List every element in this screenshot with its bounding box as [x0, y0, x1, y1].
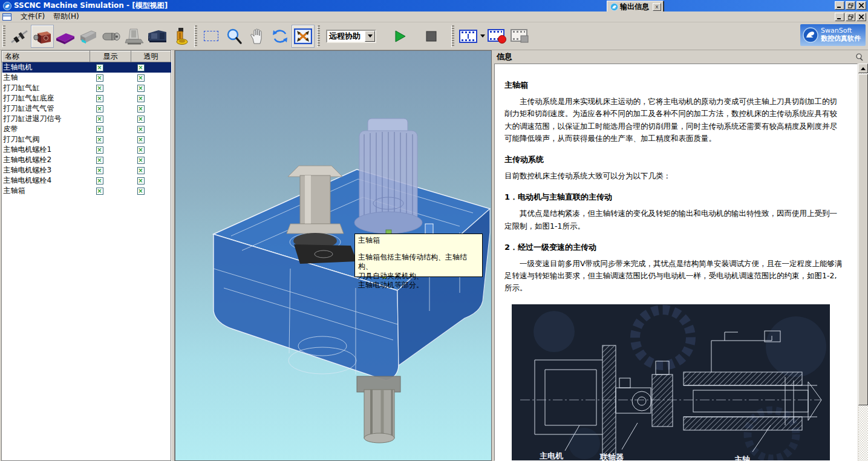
table-row[interactable]: 打刀缸进气气管 × × — [2, 103, 171, 114]
zoom-icon[interactable] — [223, 25, 246, 48]
play-button[interactable] — [388, 25, 411, 48]
transparent-checkbox[interactable]: × — [137, 188, 145, 195]
fit-view-icon[interactable] — [292, 25, 315, 48]
part-name[interactable]: 打刀缸气缸 — [2, 83, 90, 93]
model-viewport[interactable]: 主轴箱 主轴箱包括主轴传动结构、主轴结构、 刀具自动夹紧机构、 主轴电动机等部分… — [175, 50, 492, 461]
part-name[interactable]: 主轴电机螺栓2 — [2, 155, 90, 165]
table-row[interactable]: 主轴电机螺栓3 × × — [2, 165, 171, 175]
part-name[interactable]: 打刀缸气阀 — [2, 134, 90, 145]
toolbar-grip[interactable] — [194, 25, 197, 47]
table-row[interactable]: 主轴 × × — [2, 73, 171, 83]
column-header-name[interactable]: 名称 — [2, 51, 90, 62]
column-header-display[interactable]: 显示 — [90, 51, 131, 62]
display-checkbox[interactable]: × — [96, 126, 103, 133]
transparent-checkbox[interactable]: × — [137, 126, 145, 133]
part-name[interactable]: 皮带 — [2, 124, 90, 134]
column-header-transparent[interactable]: 透明 — [131, 51, 171, 62]
film-dropdown-arrow-icon[interactable] — [480, 25, 486, 48]
display-checkbox[interactable]: × — [96, 64, 103, 71]
transparent-checkbox[interactable]: × — [137, 105, 145, 113]
film-icon[interactable] — [457, 25, 480, 48]
output-window-close-button[interactable]: x — [653, 3, 661, 11]
display-checkbox[interactable]: × — [96, 188, 103, 195]
table-row[interactable]: 主轴箱 × × — [2, 186, 171, 196]
transparent-checkbox[interactable]: × — [137, 64, 145, 71]
part-name[interactable]: 打刀缸进退刀信号 — [2, 114, 90, 124]
table-row[interactable]: 打刀缸气阀 × × — [2, 134, 171, 145]
saddle-icon[interactable] — [77, 25, 100, 48]
child-close-button[interactable] — [857, 13, 866, 21]
column-icon[interactable] — [123, 25, 146, 48]
machine-body-icon[interactable] — [146, 25, 169, 48]
tool-magazine-icon[interactable] — [100, 25, 123, 48]
transparent-checkbox[interactable]: × — [137, 95, 145, 102]
info-sections: 主轴箱 主传动系统是用来实现机床主运动的，它将主电动机的原动力变成可供主轴上刀具… — [504, 80, 844, 295]
child-restore-button[interactable] — [846, 13, 855, 21]
film-stop-icon[interactable] — [509, 25, 532, 48]
rotate-icon[interactable] — [269, 25, 292, 48]
child-minimize-button[interactable] — [835, 13, 844, 21]
part-name[interactable]: 主轴电机螺栓3 — [2, 165, 90, 175]
transparent-checkbox[interactable]: × — [137, 136, 145, 143]
table-row[interactable]: 主轴电机 × × — [2, 62, 171, 73]
dropdown-arrow-icon[interactable] — [365, 31, 375, 42]
part-name[interactable]: 打刀缸气缸底座 — [2, 93, 90, 103]
display-checkbox[interactable]: × — [96, 136, 103, 143]
display-checkbox[interactable]: × — [96, 85, 103, 92]
toolbar-grip[interactable] — [317, 25, 320, 47]
pan-hand-icon[interactable] — [246, 25, 269, 48]
spindle-box-icon[interactable] — [31, 25, 54, 48]
part-name[interactable]: 主轴箱 — [2, 186, 90, 196]
part-name[interactable]: 主轴电机螺栓1 — [2, 145, 90, 155]
figure-label-coupling: 联轴器 — [600, 452, 624, 461]
table-row[interactable]: 主轴电机螺栓2 × × — [2, 155, 171, 165]
display-checkbox[interactable]: × — [96, 105, 103, 113]
info-content[interactable]: 主轴箱 主传动系统是用来实现机床主运动的，它将主电动机的原动力变成可供主轴上刀具… — [494, 64, 858, 461]
film-record-icon[interactable] — [486, 25, 509, 48]
pin-icon[interactable] — [855, 53, 863, 61]
table-row[interactable]: 打刀缸气缸 × × — [2, 83, 171, 93]
table-row[interactable]: 打刀缸气缸底座 × × — [2, 93, 171, 103]
display-checkbox[interactable]: × — [96, 157, 103, 164]
display-checkbox[interactable]: × — [96, 177, 103, 185]
scrollbar-thumb[interactable] — [858, 74, 868, 405]
remote-assist-dropdown[interactable]: 远程协助 — [326, 30, 376, 43]
part-name[interactable]: 主轴 — [2, 73, 90, 83]
part-name[interactable]: 主轴电机 — [2, 62, 90, 73]
menu-help[interactable]: 帮助(H) — [49, 10, 83, 23]
display-checkbox[interactable]: × — [96, 146, 103, 154]
tool-changer-icon[interactable] — [169, 25, 192, 48]
select-rect-icon[interactable] — [200, 25, 223, 48]
transparent-checkbox[interactable]: × — [137, 85, 145, 92]
minimize-button[interactable] — [835, 1, 844, 10]
toolbar-grip[interactable] — [2, 25, 5, 47]
display-checkbox[interactable]: × — [96, 167, 103, 174]
display-checkbox[interactable]: × — [96, 116, 103, 123]
transparent-checkbox[interactable]: × — [137, 146, 145, 154]
restore-button[interactable] — [846, 1, 855, 10]
part-name[interactable]: 打刀缸进气气管 — [2, 103, 90, 114]
table-row[interactable]: 皮带 × × — [2, 124, 171, 134]
table-row[interactable]: 主轴电机螺栓4 × × — [2, 175, 171, 186]
menubar: 文件(F) 帮助(H) — [0, 11, 868, 22]
transparent-checkbox[interactable]: × — [137, 157, 145, 164]
display-checkbox[interactable]: × — [96, 74, 103, 82]
info-scrollbar[interactable] — [858, 64, 868, 461]
transparent-checkbox[interactable]: × — [137, 177, 145, 185]
menu-file[interactable]: 文件(F) — [16, 10, 49, 23]
output-window[interactable]: 输出信息 x — [607, 1, 664, 13]
part-name[interactable]: 主轴电机螺栓4 — [2, 175, 90, 186]
mdi-child-icon[interactable] — [2, 13, 11, 21]
stop-button[interactable] — [420, 25, 443, 48]
spindle-shaft-icon[interactable] — [8, 25, 31, 48]
toolbar-grip[interactable] — [451, 25, 454, 47]
table-row[interactable]: 主轴电机螺栓1 × × — [2, 145, 171, 155]
machine-bed-icon[interactable] — [54, 25, 77, 48]
transparent-checkbox[interactable]: × — [137, 74, 145, 82]
transparent-checkbox[interactable]: × — [137, 167, 145, 174]
display-checkbox[interactable]: × — [96, 95, 103, 102]
scroll-up-button[interactable] — [858, 64, 868, 73]
transparent-checkbox[interactable]: × — [137, 116, 145, 123]
close-button[interactable] — [857, 1, 866, 10]
table-row[interactable]: 打刀缸进退刀信号 × × — [2, 114, 171, 124]
